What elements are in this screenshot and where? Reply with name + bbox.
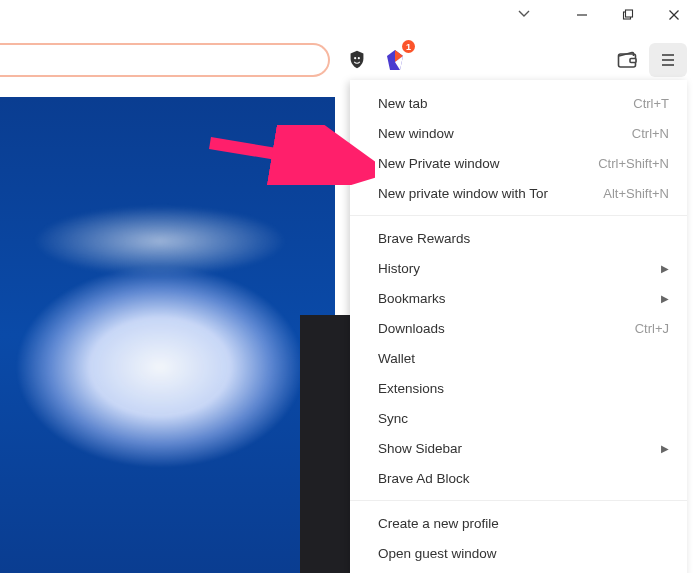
dark-side-panel [300, 315, 350, 573]
menu-shortcut: Ctrl+N [632, 126, 669, 141]
menu-item-history[interactable]: History ▶ [350, 253, 687, 283]
menu-label: New tab [378, 96, 633, 111]
svg-point-5 [354, 57, 356, 59]
wallpaper-jellyfish [0, 187, 335, 487]
menu-shortcut: Ctrl+T [633, 96, 669, 111]
minimize-button[interactable] [559, 0, 605, 30]
menu-item-create-profile[interactable]: Create a new profile [350, 508, 687, 538]
svg-rect-2 [626, 10, 633, 17]
wallet-icon[interactable] [609, 43, 645, 77]
menu-item-new-tab[interactable]: New tab Ctrl+T [350, 88, 687, 118]
menu-label: Bookmarks [378, 291, 657, 306]
menu-item-brave-rewards[interactable]: Brave Rewards [350, 223, 687, 253]
brave-shields-icon[interactable] [340, 43, 374, 77]
menu-label: Downloads [378, 321, 635, 336]
menu-item-bookmarks[interactable]: Bookmarks ▶ [350, 283, 687, 313]
menu-item-new-window[interactable]: New window Ctrl+N [350, 118, 687, 148]
menu-shortcut: Ctrl+Shift+N [598, 156, 669, 171]
menu-shortcut: Ctrl+J [635, 321, 669, 336]
menu-label: Create a new profile [378, 516, 669, 531]
menu-item-downloads[interactable]: Downloads Ctrl+J [350, 313, 687, 343]
menu-item-sync[interactable]: Sync [350, 403, 687, 433]
menu-label: New Private window [378, 156, 598, 171]
menu-item-wallet[interactable]: Wallet [350, 343, 687, 373]
submenu-chevron-icon: ▶ [661, 443, 669, 454]
menu-item-open-guest-window[interactable]: Open guest window [350, 538, 687, 568]
brave-rewards-icon[interactable]: 1 [378, 43, 412, 77]
menu-item-brave-ad-block[interactable]: Brave Ad Block [350, 463, 687, 493]
maximize-button[interactable] [605, 0, 651, 30]
window-controls [559, 0, 697, 30]
close-button[interactable] [651, 0, 697, 30]
toolbar: 1 [0, 40, 697, 80]
menu-item-show-sidebar[interactable]: Show Sidebar ▶ [350, 433, 687, 463]
menu-item-new-private-window[interactable]: New Private window Ctrl+Shift+N [350, 148, 687, 178]
menu-label: Extensions [378, 381, 669, 396]
tab-dropdown-chevron[interactable] [517, 7, 531, 24]
rewards-badge: 1 [402, 40, 415, 53]
menu-label: Sync [378, 411, 669, 426]
menu-label: Wallet [378, 351, 669, 366]
menu-label: New private window with Tor [378, 186, 603, 201]
page-content-background [0, 97, 335, 573]
app-menu-button[interactable] [649, 43, 687, 77]
menu-shortcut: Alt+Shift+N [603, 186, 669, 201]
menu-label: Open guest window [378, 546, 669, 561]
menu-item-extensions[interactable]: Extensions [350, 373, 687, 403]
menu-separator [350, 500, 687, 501]
menu-label: Show Sidebar [378, 441, 657, 456]
submenu-chevron-icon: ▶ [661, 263, 669, 274]
menu-item-new-private-window-tor[interactable]: New private window with Tor Alt+Shift+N [350, 178, 687, 208]
menu-label: Brave Ad Block [378, 471, 669, 486]
menu-label: Brave Rewards [378, 231, 669, 246]
menu-label: New window [378, 126, 632, 141]
menu-label: History [378, 261, 657, 276]
url-bar[interactable] [0, 43, 330, 77]
submenu-chevron-icon: ▶ [661, 293, 669, 304]
app-menu: New tab Ctrl+T New window Ctrl+N New Pri… [350, 80, 687, 573]
svg-rect-8 [630, 59, 636, 63]
menu-separator [350, 215, 687, 216]
svg-point-6 [358, 57, 360, 59]
